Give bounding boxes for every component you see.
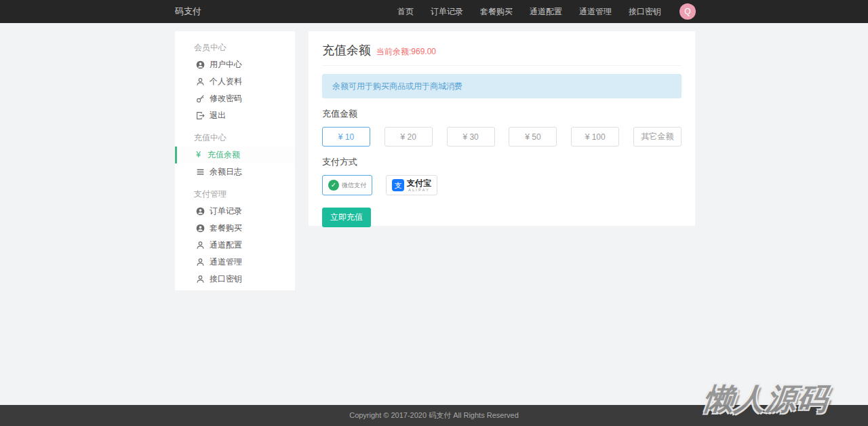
alipay-icon: 支 [392, 179, 404, 191]
user-circle-icon [196, 207, 205, 216]
user-icon [196, 275, 205, 284]
sidebar-item-user-center[interactable]: 用户中心 [175, 56, 295, 73]
nav-item-channel-config[interactable]: 通道配置 [530, 6, 562, 18]
sidebar-section-payment-manage: 支付管理 [175, 186, 295, 203]
sidebar-item-api-key[interactable]: 接口密钥 [175, 271, 295, 288]
sidebar-item-label: 通道管理 [210, 254, 242, 271]
top-navbar: 码支付 首页 订单记录 套餐购买 通道配置 通道管理 接口密钥 Q [0, 0, 868, 23]
sidebar-item-channel-config[interactable]: 通道配置 [175, 237, 295, 254]
recharge-panel: 充值余额 当前余额:969.00 余额可用于购买商品或用于商城消费 充值金额 ¥… [309, 31, 695, 226]
key-icon [196, 94, 205, 103]
sidebar-item-change-password[interactable]: 修改密码 [175, 90, 295, 107]
nav-item-channel-manage[interactable]: 通道管理 [579, 6, 612, 18]
alipay-label-en: ALIPAY [408, 188, 430, 192]
sidebar-item-label: 用户中心 [210, 56, 242, 73]
nav-item-api-key[interactable]: 接口密钥 [629, 6, 661, 18]
notice-banner: 余额可用于购买商品或用于商城消费 [322, 74, 682, 98]
sidebar-item-package-purchase[interactable]: 套餐购买 [175, 220, 295, 237]
copyright-text: Copyright © 2017-2020 码支付 All Rights Res… [349, 410, 519, 421]
user-avatar[interactable]: Q [679, 3, 696, 20]
amount-option-30[interactable]: ¥ 30 [447, 127, 495, 147]
wechat-pay-label: 微信支付 [342, 181, 366, 190]
user-icon [196, 258, 205, 267]
sidebar-item-profile[interactable]: 个人资料 [175, 73, 295, 90]
wechat-pay-icon: ✓ [328, 180, 339, 191]
sidebar-item-order-records[interactable]: 订单记录 [175, 203, 295, 220]
sidebar-item-label: 接口密钥 [210, 271, 242, 288]
nav-item-order-records[interactable]: 订单记录 [431, 6, 463, 18]
current-balance: 当前余额:969.00 [376, 46, 436, 58]
user-icon [196, 77, 205, 86]
amount-section-label: 充值金额 [322, 108, 682, 120]
sidebar-item-recharge-balance[interactable]: ¥ 充值余额 [175, 147, 295, 163]
sign-out-icon [196, 111, 205, 120]
sidebar-section-recharge-center: 充值中心 [175, 130, 295, 147]
footer: Copyright © 2017-2020 码支付 All Rights Res… [0, 405, 868, 426]
user-icon [196, 241, 205, 250]
sidebar-item-channel-manage[interactable]: 通道管理 [175, 254, 295, 271]
amount-option-other[interactable]: 其它金额 [633, 127, 682, 147]
navbar-menu: 首页 订单记录 套餐购买 通道配置 通道管理 接口密钥 Q [397, 3, 696, 20]
panel-header: 充值余额 当前余额:969.00 [322, 42, 682, 66]
sidebar-item-label: 退出 [210, 107, 226, 124]
amount-option-100[interactable]: ¥ 100 [571, 127, 619, 147]
amount-options: ¥ 10 ¥ 20 ¥ 30 ¥ 50 ¥ 100 其它金额 [322, 127, 682, 147]
alipay-label: 支付宝 ALIPAY [407, 179, 431, 192]
amount-option-50[interactable]: ¥ 50 [509, 127, 557, 147]
sidebar: 会员中心 用户中心 个人资料 修改密码 退出 充值中心 ¥ 充值余额 余额日志 … [175, 31, 295, 290]
sidebar-item-label: 套餐购买 [210, 220, 242, 237]
sidebar-item-label: 充值余额 [208, 147, 240, 163]
recharge-now-button[interactable]: 立即充值 [322, 208, 371, 227]
payment-methods: ✓ 微信支付 支 支付宝 ALIPAY [322, 175, 682, 195]
yen-icon: ¥ [194, 151, 203, 159]
nav-item-home[interactable]: 首页 [397, 6, 414, 18]
user-circle-icon [196, 224, 205, 233]
alipay-label-cn: 支付宝 [407, 179, 431, 187]
brand-logo[interactable]: 码支付 [175, 5, 201, 18]
sidebar-item-logout[interactable]: 退出 [175, 107, 295, 124]
sidebar-item-label: 个人资料 [210, 73, 242, 90]
alipay-option[interactable]: 支 支付宝 ALIPAY [386, 175, 437, 195]
sidebar-item-label: 修改密码 [210, 90, 242, 107]
nav-item-package-purchase[interactable]: 套餐购买 [480, 6, 513, 18]
sidebar-item-label: 订单记录 [210, 203, 242, 220]
sidebar-item-label: 余额日志 [210, 163, 242, 180]
sidebar-section-member-center: 会员中心 [175, 39, 295, 56]
user-circle-icon [196, 60, 205, 69]
list-icon [196, 168, 205, 176]
sidebar-item-balance-log[interactable]: 余额日志 [175, 163, 295, 180]
sidebar-item-label: 通道配置 [210, 237, 242, 254]
amount-option-20[interactable]: ¥ 20 [384, 127, 433, 147]
method-section-label: 支付方式 [322, 156, 682, 168]
page-title: 充值余额 [322, 42, 371, 58]
wechat-pay-option[interactable]: ✓ 微信支付 [322, 175, 372, 195]
amount-option-10[interactable]: ¥ 10 [322, 127, 370, 147]
